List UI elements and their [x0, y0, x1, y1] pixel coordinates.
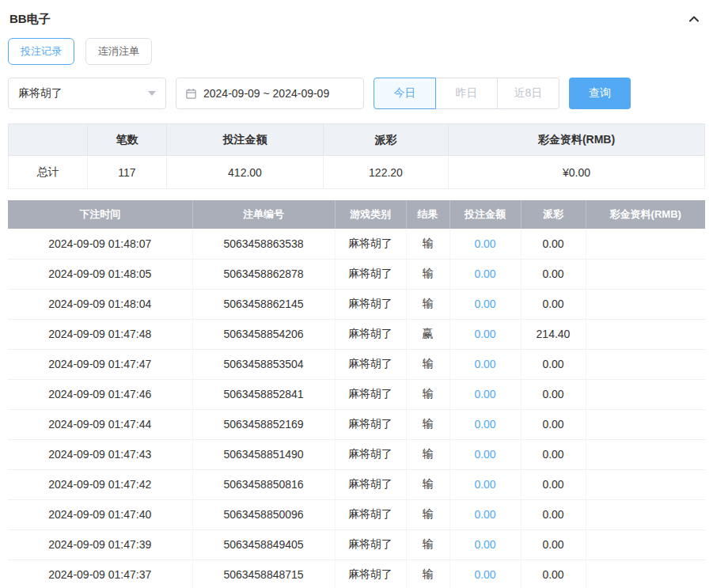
cell-jackpot	[586, 560, 705, 588]
collapse-panel-button[interactable]	[686, 11, 702, 27]
table-row: 2024-09-09 01:48:05 5063458862878 麻将胡了 输…	[8, 259, 705, 289]
cell-order-no: 5063458852169	[192, 409, 335, 439]
summary-table: 笔数 投注金额 派彩 彩金资料(RMB) 总计 117 412.00 122.2…	[8, 123, 705, 189]
table-row: 2024-09-09 01:47:40 5063458850096 麻将胡了 输…	[8, 499, 705, 529]
bet-amount-link[interactable]: 0.00	[474, 538, 495, 551]
cell-bet-amount: 0.00	[449, 409, 521, 439]
cell-bet-time: 2024-09-09 01:47:40	[8, 499, 192, 529]
cell-game-type: 麻将胡了	[335, 409, 406, 439]
cell-order-no: 5063458854206	[192, 319, 335, 349]
table-row: 2024-09-09 01:47:43 5063458851490 麻将胡了 输…	[8, 439, 705, 469]
cell-payout: 0.00	[521, 499, 586, 529]
bet-table-body: 2024-09-09 01:48:07 5063458863538 麻将胡了 输…	[8, 229, 705, 588]
cell-jackpot	[586, 379, 705, 409]
cell-order-no: 5063458849405	[192, 529, 335, 560]
cell-bet-time: 2024-09-09 01:47:43	[8, 439, 192, 469]
date-quick-buttons: 今日 昨日 近8日	[374, 78, 559, 109]
cell-result: 输	[406, 499, 449, 529]
cell-bet-time: 2024-09-09 01:48:04	[8, 289, 192, 319]
cell-bet-time: 2024-09-09 01:47:48	[8, 319, 192, 349]
tab-cancelled-orders[interactable]: 连消注单	[85, 38, 152, 65]
bet-amount-link[interactable]: 0.00	[474, 508, 495, 521]
bet-records-panel: BB电子 投注记录 连消注单 麻将胡了 2024-09-09 ~ 2024-09…	[0, 0, 713, 588]
cell-game-type: 麻将胡了	[335, 289, 406, 319]
quick-btn-today[interactable]: 今日	[374, 78, 436, 109]
cell-order-no: 5063458853504	[192, 349, 335, 379]
cell-jackpot	[586, 259, 705, 289]
cell-bet-time: 2024-09-09 01:47:37	[8, 560, 192, 588]
cell-bet-amount: 0.00	[449, 379, 521, 409]
bet-amount-link[interactable]: 0.00	[474, 418, 495, 431]
cell-payout: 0.00	[521, 529, 586, 560]
cell-result: 输	[406, 409, 449, 439]
summary-header-jackpot: 彩金资料(RMB)	[449, 124, 705, 156]
cell-payout: 0.00	[521, 439, 586, 469]
filter-bar: 麻将胡了 2024-09-09 ~ 2024-09-09 今日 昨日 近8日 查…	[8, 78, 705, 109]
tab-bar: 投注记录 连消注单	[8, 38, 705, 65]
cell-order-no: 5063458863538	[192, 229, 335, 259]
cell-game-type: 麻将胡了	[335, 229, 406, 259]
cell-payout: 0.00	[521, 469, 586, 499]
search-button[interactable]: 查询	[569, 78, 631, 109]
bet-amount-link[interactable]: 0.00	[474, 448, 495, 461]
panel-header: BB电子	[8, 8, 705, 38]
cell-game-type: 麻将胡了	[335, 439, 406, 469]
table-row: 2024-09-09 01:47:37 5063458848715 麻将胡了 输…	[8, 560, 705, 588]
cell-result: 输	[406, 289, 449, 319]
cell-result: 输	[406, 439, 449, 469]
quick-btn-yesterday[interactable]: 昨日	[435, 78, 498, 109]
table-row: 2024-09-09 01:48:07 5063458863538 麻将胡了 输…	[8, 229, 705, 259]
cell-bet-amount: 0.00	[449, 499, 521, 529]
cell-bet-amount: 0.00	[449, 560, 521, 588]
chevron-down-icon	[148, 91, 156, 96]
game-select-value: 麻将胡了	[18, 86, 63, 101]
bet-amount-link[interactable]: 0.00	[474, 237, 495, 250]
cell-jackpot	[586, 319, 705, 349]
cell-order-no: 5063458850096	[192, 499, 335, 529]
cell-bet-time: 2024-09-09 01:48:07	[8, 229, 192, 259]
cell-bet-time: 2024-09-09 01:47:47	[8, 349, 192, 379]
cell-bet-time: 2024-09-09 01:48:05	[8, 259, 192, 289]
cell-result: 输	[406, 349, 449, 379]
cell-game-type: 麻将胡了	[335, 469, 406, 499]
cell-order-no: 5063458862878	[192, 259, 335, 289]
bet-amount-link[interactable]: 0.00	[474, 328, 495, 340]
summary-total-row: 总计 117 412.00 122.20 ¥0.00	[9, 156, 705, 189]
cell-result: 输	[406, 529, 449, 560]
date-range-input[interactable]: 2024-09-09 ~ 2024-09-09	[176, 78, 364, 109]
cell-payout: 0.00	[521, 409, 586, 439]
cell-bet-time: 2024-09-09 01:47:46	[8, 379, 192, 409]
summary-header-bet-amount: 投注金额	[167, 124, 324, 156]
cell-jackpot	[586, 439, 705, 469]
col-header-payout: 派彩	[521, 200, 586, 229]
summary-header-blank	[9, 124, 88, 156]
table-row: 2024-09-09 01:47:46 5063458852841 麻将胡了 输…	[8, 379, 705, 409]
summary-total-label: 总计	[9, 156, 88, 189]
calendar-icon	[185, 88, 197, 100]
cell-jackpot	[586, 289, 705, 319]
summary-total-payout: 122.20	[324, 156, 449, 189]
cell-game-type: 麻将胡了	[335, 319, 406, 349]
cell-bet-time: 2024-09-09 01:47:42	[8, 469, 192, 499]
bet-amount-link[interactable]: 0.00	[474, 267, 495, 280]
summary-header-count: 笔数	[88, 124, 167, 156]
page-title: BB电子	[9, 12, 51, 27]
game-select[interactable]: 麻将胡了	[8, 78, 166, 109]
tab-bet-records[interactable]: 投注记录	[8, 38, 74, 65]
cell-order-no: 5063458851490	[192, 439, 335, 469]
bet-amount-link[interactable]: 0.00	[474, 478, 495, 491]
bet-amount-link[interactable]: 0.00	[474, 388, 495, 400]
cell-jackpot	[586, 409, 705, 439]
summary-header-row: 笔数 投注金额 派彩 彩金资料(RMB)	[9, 124, 705, 156]
col-header-bet-time: 下注时间	[8, 200, 192, 229]
cell-game-type: 麻将胡了	[335, 529, 406, 560]
quick-btn-last-8-days[interactable]: 近8日	[497, 78, 559, 109]
cell-jackpot	[586, 349, 705, 379]
chevron-up-icon	[688, 16, 700, 28]
summary-total-count: 117	[88, 156, 167, 189]
bet-amount-link[interactable]: 0.00	[474, 298, 495, 310]
cell-game-type: 麻将胡了	[335, 349, 406, 379]
bet-amount-link[interactable]: 0.00	[474, 358, 495, 370]
bet-amount-link[interactable]: 0.00	[474, 568, 495, 581]
cell-payout: 0.00	[521, 259, 586, 289]
